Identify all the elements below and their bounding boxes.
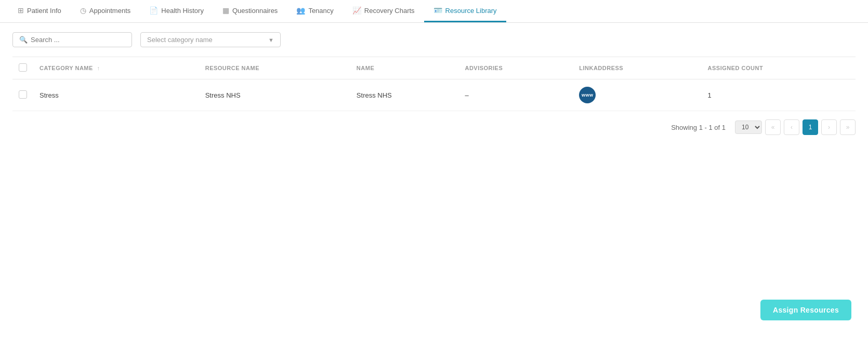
col-header-name: NAME — [350, 57, 459, 79]
row-checkbox[interactable] — [19, 90, 27, 99]
card-icon: 🪪 — [433, 6, 442, 15]
tab-health-history[interactable]: 📄 Health History — [140, 0, 213, 22]
cell-category-name: Stress — [33, 79, 199, 111]
cell-advisories: – — [458, 79, 573, 111]
tab-recovery-charts[interactable]: 📈 Recovery Charts — [343, 0, 424, 22]
pagination-row: Showing 1 - 1 of 1 10 « ‹ 1 › » — [0, 111, 868, 143]
clock-icon: ◷ — [80, 6, 86, 15]
www-icon[interactable]: www — [579, 87, 596, 103]
header-checkbox-cell — [12, 57, 33, 79]
col-header-resource-name: RESOURCE NAME — [199, 57, 350, 79]
people-icon: 👥 — [296, 6, 305, 15]
nav-tabs: ⊞ Patient Info ◷ Appointments 📄 Health H… — [0, 0, 868, 23]
cell-name: Stress NHS — [350, 79, 459, 111]
pagination-first-button[interactable]: « — [765, 119, 781, 135]
grid-icon: ⊞ — [18, 6, 24, 15]
tab-tenancy[interactable]: 👥 Tenancy — [287, 0, 343, 22]
search-input[interactable] — [31, 36, 125, 44]
row-checkbox-cell — [12, 79, 33, 111]
col-header-linkaddress: LINKADDRESS — [573, 57, 701, 79]
col-header-assigned-count: ASSIGNED COUNT — [702, 57, 856, 79]
cell-assigned-count: 1 — [702, 79, 856, 111]
table-container: CATEGORY NAME ↑ RESOURCE NAME NAME ADVIS… — [0, 57, 868, 111]
search-icon: 🔍 — [19, 36, 28, 44]
cell-resource-name: Stress NHS — [199, 79, 350, 111]
col-header-category-name[interactable]: CATEGORY NAME ↑ — [33, 57, 199, 79]
chevron-down-icon: ▼ — [268, 37, 274, 43]
table-header-row: CATEGORY NAME ↑ RESOURCE NAME NAME ADVIS… — [12, 57, 856, 79]
search-box[interactable]: 🔍 — [12, 32, 132, 47]
chart-icon: 📈 — [352, 6, 361, 15]
sort-icon-category: ↑ — [97, 65, 100, 71]
resource-table: CATEGORY NAME ↑ RESOURCE NAME NAME ADVIS… — [12, 57, 856, 111]
doc-icon: 📄 — [149, 6, 158, 15]
header-checkbox[interactable] — [19, 63, 27, 72]
cell-linkaddress: www — [573, 79, 701, 111]
category-placeholder: Select category name — [147, 36, 213, 44]
pagination-page-1[interactable]: 1 — [803, 119, 818, 135]
pagination-next-button[interactable]: › — [821, 119, 837, 135]
tab-appointments[interactable]: ◷ Appointments — [71, 0, 140, 22]
page-size-select[interactable]: 10 — [735, 120, 762, 134]
tab-questionnaires[interactable]: ▦ Questionnaires — [213, 0, 287, 22]
pagination-last-button[interactable]: » — [840, 119, 856, 135]
bar-icon: ▦ — [222, 6, 229, 15]
col-header-advisories: ADVISORIES — [458, 57, 573, 79]
tab-resource-library[interactable]: 🪪 Resource Library — [424, 0, 506, 22]
tab-patient-info[interactable]: ⊞ Patient Info — [8, 0, 71, 22]
pagination-prev-button[interactable]: ‹ — [784, 119, 799, 135]
table-row: Stress Stress NHS Stress NHS – www 1 — [12, 79, 856, 111]
category-select[interactable]: Select category name ▼ — [140, 32, 281, 47]
toolbar: 🔍 Select category name ▼ — [0, 23, 868, 57]
pagination-info: Showing 1 - 1 of 1 — [671, 124, 726, 131]
